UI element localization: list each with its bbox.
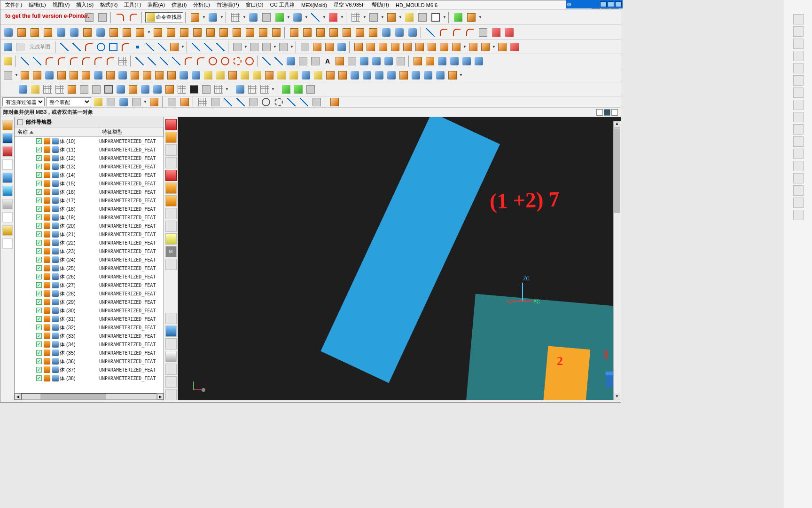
sketch-in-task-button[interactable] bbox=[15, 41, 26, 53]
wrap-crv-button[interactable] bbox=[232, 56, 243, 67]
bounded-button[interactable] bbox=[108, 26, 120, 39]
snap-6-button[interactable] bbox=[260, 96, 272, 108]
rail-ie-button[interactable] bbox=[2, 186, 13, 196]
rotate-button[interactable] bbox=[273, 11, 286, 24]
menu-assembly[interactable]: 装配(A) bbox=[145, 0, 168, 9]
scope-filter-combo[interactable]: 整个装配 bbox=[46, 97, 91, 106]
res-y2-button[interactable] bbox=[165, 195, 177, 206]
checkbox-icon[interactable]: ✓ bbox=[36, 223, 42, 229]
curve-line-button[interactable] bbox=[424, 26, 437, 39]
new-sketch-button[interactable] bbox=[2, 41, 14, 53]
mw-bom-button[interactable] bbox=[264, 70, 275, 81]
an-14-button[interactable] bbox=[176, 84, 187, 95]
sk-fillet-button[interactable] bbox=[120, 41, 131, 53]
zoom-button[interactable] bbox=[247, 11, 259, 24]
mw-family-button[interactable] bbox=[80, 70, 92, 81]
rs-1-button[interactable] bbox=[793, 14, 804, 24]
sk-point-button[interactable] bbox=[132, 41, 143, 53]
mirror-curve-button[interactable] bbox=[299, 41, 311, 53]
mw-runner-button[interactable] bbox=[203, 70, 214, 81]
trim-button[interactable] bbox=[134, 26, 146, 39]
mw-shrink-button[interactable] bbox=[44, 70, 55, 81]
sec-max-button[interactable] bbox=[608, 1, 614, 7]
rail-hd3d-button[interactable] bbox=[2, 173, 13, 183]
tree-row[interactable]: ✓体 (22)UNPARAMETERIZED_FEAT bbox=[15, 238, 164, 247]
menu-pref[interactable]: 首选项(P) bbox=[214, 0, 242, 9]
res-b2-button[interactable] bbox=[165, 325, 177, 337]
ext-crv-button[interactable] bbox=[371, 56, 382, 67]
sk-extend-button[interactable] bbox=[156, 41, 168, 53]
dim-horiz-button[interactable] bbox=[203, 41, 214, 53]
mw-pocket-button[interactable] bbox=[239, 70, 250, 81]
res-layer-button[interactable] bbox=[165, 144, 177, 156]
res-b1-button[interactable] bbox=[165, 313, 177, 324]
checkbox-icon[interactable]: ✓ bbox=[36, 198, 42, 203]
column-type[interactable]: 特征类型 bbox=[99, 127, 164, 136]
checkbox-icon[interactable]: ✓ bbox=[36, 274, 42, 279]
redo-button[interactable] bbox=[127, 11, 140, 24]
snap-pt-button[interactable] bbox=[350, 11, 362, 24]
mold-split-button[interactable] bbox=[353, 41, 364, 53]
mold-cavity-button[interactable] bbox=[377, 41, 389, 53]
menu-tools[interactable]: 工具(T) bbox=[121, 0, 144, 9]
res-box-button[interactable] bbox=[165, 132, 177, 143]
wcs-button[interactable] bbox=[403, 11, 415, 24]
clip-button[interactable] bbox=[416, 11, 429, 24]
through-curves-button[interactable] bbox=[68, 26, 80, 39]
checkbox-icon[interactable]: ✓ bbox=[36, 308, 42, 313]
hole-button[interactable] bbox=[204, 26, 217, 39]
rs-9-button[interactable] bbox=[793, 112, 804, 122]
checkbox-icon[interactable]: ✓ bbox=[36, 367, 42, 373]
an-15-button[interactable] bbox=[188, 84, 200, 95]
edges-button[interactable] bbox=[309, 11, 321, 24]
menu-view[interactable]: 视图(V) bbox=[50, 0, 73, 9]
an-2-button[interactable] bbox=[30, 84, 41, 95]
flt-3-button[interactable] bbox=[118, 96, 129, 108]
tree-row[interactable]: ✓体 (32)UNPARAMETERIZED_FEAT bbox=[15, 323, 164, 332]
tree-row[interactable]: ✓体 (17)UNPARAMETERIZED_FEAT bbox=[15, 196, 164, 205]
shell-button[interactable] bbox=[191, 26, 203, 39]
hscroll-thumb[interactable] bbox=[40, 394, 106, 399]
comp-crv-button[interactable] bbox=[195, 56, 206, 67]
hscroll-track[interactable] bbox=[21, 393, 157, 400]
tree-row[interactable]: ✓体 (27)UNPARAMETERIZED_FEAT bbox=[15, 281, 164, 289]
rail-sys-button[interactable] bbox=[2, 238, 13, 249]
mw-more8-button[interactable] bbox=[447, 70, 458, 81]
snap-7-button[interactable] bbox=[273, 96, 284, 108]
pattern-button[interactable] bbox=[354, 26, 366, 39]
snap-8-button[interactable] bbox=[286, 96, 297, 108]
offset-curve-button[interactable] bbox=[312, 41, 323, 53]
pad-button[interactable] bbox=[231, 26, 243, 39]
rail-assembly-button[interactable] bbox=[2, 120, 13, 130]
rs-2-button[interactable] bbox=[793, 26, 804, 37]
shade-button[interactable] bbox=[291, 11, 304, 24]
snap-9-button[interactable] bbox=[298, 96, 310, 108]
rs-11-button[interactable] bbox=[793, 136, 804, 147]
mold-bom-button[interactable] bbox=[480, 41, 491, 53]
command-finder[interactable]: 命令查找器 bbox=[145, 12, 183, 23]
mold-lifter-button[interactable] bbox=[414, 41, 425, 53]
unite-button[interactable] bbox=[288, 26, 300, 39]
an-8-button[interactable] bbox=[103, 84, 114, 95]
hscroll-right-button[interactable]: ▶ bbox=[157, 393, 164, 400]
rail-constraint-button[interactable] bbox=[2, 133, 13, 143]
res-g3-button[interactable]: M bbox=[165, 246, 177, 257]
fit-crv-button[interactable] bbox=[395, 56, 406, 67]
res-b6-button[interactable] bbox=[165, 376, 177, 388]
snap-3-button[interactable] bbox=[222, 96, 234, 108]
checkbox-icon[interactable]: ✓ bbox=[36, 138, 42, 144]
undo-button[interactable] bbox=[114, 11, 126, 24]
xform1-button[interactable] bbox=[412, 56, 423, 67]
rs-17-button[interactable] bbox=[793, 210, 804, 220]
hx-button[interactable] bbox=[105, 56, 116, 67]
sec-min-button[interactable] bbox=[600, 1, 607, 7]
curve-text-button[interactable] bbox=[477, 26, 489, 39]
constr-coinc-button[interactable] bbox=[232, 41, 243, 53]
tree-row[interactable]: ✓体 (25)UNPARAMETERIZED_FEAT bbox=[15, 264, 164, 272]
blend-button[interactable] bbox=[152, 26, 164, 39]
tree-row[interactable]: ✓体 (10)UNPARAMETERIZED_FEAT bbox=[15, 137, 164, 145]
pin-icon[interactable] bbox=[17, 119, 23, 125]
mw-parting-button[interactable] bbox=[105, 70, 116, 81]
checkbox-icon[interactable]: ✓ bbox=[36, 291, 42, 296]
rs-13-button[interactable] bbox=[793, 161, 804, 171]
